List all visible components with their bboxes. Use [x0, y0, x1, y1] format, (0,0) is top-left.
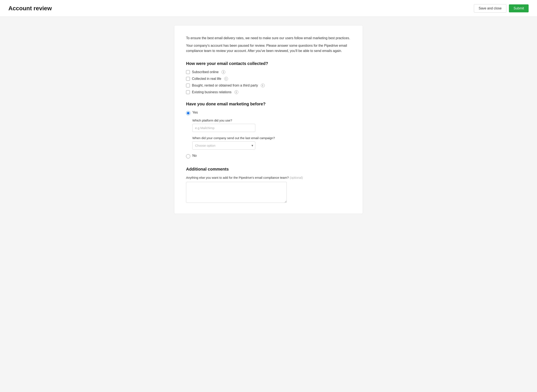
yes-sub-content: Which platform did you use? When did you…	[192, 119, 351, 149]
campaign-select-wrapper: Choose option Less than 3 months ago 3-6…	[192, 141, 255, 149]
submit-button[interactable]: Submit	[509, 5, 529, 12]
section-contacts: How were your email contacts collected? …	[186, 61, 351, 94]
section-email-marketing: Have you done email marketing before? Ye…	[186, 102, 351, 159]
radio-no-label[interactable]: No	[186, 154, 351, 159]
radio-yes-container: Yes Which platform did you use? When did…	[186, 111, 351, 149]
form-card: To ensure the best email delivery rates,…	[174, 25, 363, 214]
checkbox-group: Subscribed online ℹ Collected in real li…	[186, 70, 351, 94]
checkbox-subscribed-online[interactable]: Subscribed online ℹ	[186, 70, 351, 74]
checkbox-collected-real-life-input[interactable]	[186, 77, 190, 81]
radio-yes-text: Yes	[192, 111, 198, 114]
section3-title: Additional comments	[186, 167, 351, 172]
checkbox-subscribed-online-label: Subscribed online	[192, 70, 219, 74]
radio-no-input[interactable]	[186, 154, 190, 159]
page-title: Account review	[8, 5, 52, 12]
campaign-field: When did your company send out the last …	[192, 136, 351, 149]
campaign-label: When did your company send out the last …	[192, 136, 351, 140]
subscribed-online-info-icon: ℹ	[222, 70, 225, 74]
platform-field: Which platform did you use?	[192, 119, 351, 132]
checkbox-existing-business-label: Existing business relations	[192, 90, 232, 94]
section2-title: Have you done email marketing before?	[186, 102, 351, 107]
section1-title: How were your email contacts collected?	[186, 61, 351, 66]
main-content: To ensure the best email delivery rates,…	[0, 17, 537, 222]
radio-group: Yes Which platform did you use? When did…	[186, 111, 351, 159]
section-additional-comments: Additional comments Anything else you wa…	[186, 167, 351, 204]
optional-label: (optional)	[290, 176, 303, 179]
checkbox-collected-real-life[interactable]: Collected in real life ℹ	[186, 77, 351, 81]
comments-label-text: Anything else you want to add for the Pi…	[186, 176, 289, 179]
campaign-select[interactable]: Choose option Less than 3 months ago 3-6…	[192, 141, 255, 149]
checkbox-existing-business[interactable]: Existing business relations ℹ	[186, 90, 351, 94]
platform-label: Which platform did you use?	[192, 119, 351, 122]
existing-business-info-icon: ℹ	[234, 90, 238, 94]
bought-third-party-info-icon: ℹ	[261, 84, 265, 87]
checkbox-subscribed-online-input[interactable]	[186, 70, 190, 74]
intro-line2: Your company's account has been paused f…	[186, 43, 351, 54]
comments-description: Anything else you want to add for the Pi…	[186, 176, 351, 179]
collected-real-life-info-icon: ℹ	[224, 77, 228, 81]
checkbox-bought-third-party[interactable]: Bought, rented or obtained from a third …	[186, 84, 351, 87]
intro-line1: To ensure the best email delivery rates,…	[186, 35, 351, 41]
header-actions: Save and close Submit	[474, 4, 529, 13]
save-close-button[interactable]: Save and close	[474, 4, 506, 13]
comments-textarea[interactable]	[186, 182, 287, 203]
radio-yes-input[interactable]	[186, 111, 190, 115]
header: Account review Save and close Submit	[0, 0, 537, 17]
checkbox-bought-third-party-input[interactable]	[186, 84, 190, 87]
checkbox-existing-business-input[interactable]	[186, 90, 190, 94]
platform-input[interactable]	[192, 124, 255, 132]
radio-yes-label[interactable]: Yes	[186, 111, 351, 115]
checkbox-collected-real-life-label: Collected in real life	[192, 77, 221, 81]
radio-no-text: No	[192, 154, 197, 158]
checkbox-bought-third-party-label: Bought, rented or obtained from a third …	[192, 84, 258, 87]
